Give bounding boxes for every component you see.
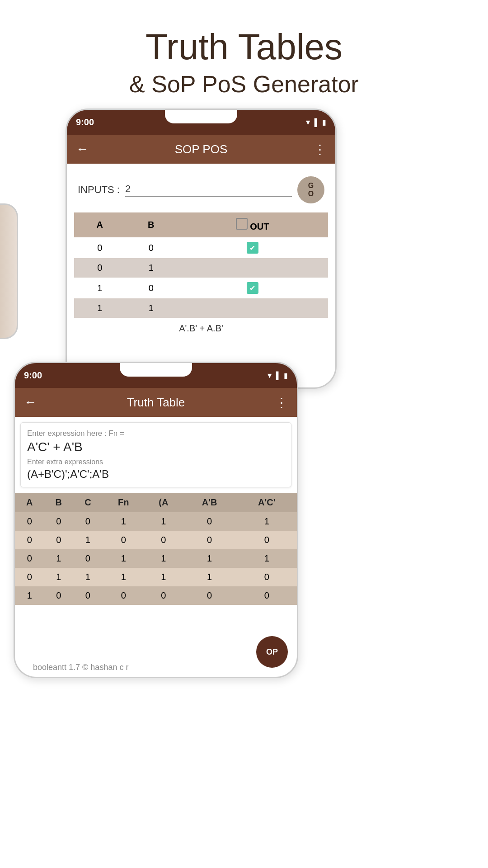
lower-back-button[interactable]: ← <box>24 395 37 410</box>
lower-col-b: B <box>44 493 74 512</box>
lower-col-c: C <box>73 493 103 512</box>
cell-a: 1 <box>74 278 126 298</box>
lower-menu-button[interactable]: ⋮ <box>275 395 288 410</box>
expr-hint: Enter expression here : Fn = <box>27 429 285 438</box>
upper-back-button[interactable]: ← <box>76 142 89 156</box>
cell-a: 0 <box>74 237 126 258</box>
sop-fab-button[interactable]: OP <box>256 636 288 668</box>
expr-extra-value[interactable]: (A+B'C)';A'C';A'B <box>27 468 285 481</box>
sub-title: & SoP PoS Generator <box>18 71 470 98</box>
expr-extra-hint: Enter extra expressions <box>27 458 285 466</box>
lower-col-expr2: A'B <box>183 493 237 512</box>
out-header-checkbox[interactable] <box>236 218 248 230</box>
phone-upper: 9:00 ▼ ▌ ▮ ← SOP POS ⋮ INPUTS : 2 G O A <box>66 108 337 389</box>
upper-truth-table: A B OUT 0 0 ✔ 0 1 <box>74 212 328 318</box>
expression-area[interactable]: Enter expression here : Fn = A'C' + A'B … <box>20 422 291 487</box>
table-row: 010 1111 <box>15 549 297 568</box>
cell-b: 1 <box>126 298 177 318</box>
lower-app-bar-title: Truth Table <box>44 396 268 410</box>
col-header-b: B <box>126 212 177 237</box>
lower-col-expr1: (A <box>145 493 183 512</box>
cell-b: 0 <box>126 237 177 258</box>
lower-truth-table: A B C Fn (A A'B A'C' 000 1101 001 0000 0… <box>15 493 297 605</box>
watermark: booleantt 1.7 © hashan c r <box>33 663 128 672</box>
lower-col-expr3: A'C' <box>236 493 297 512</box>
expr-value[interactable]: A'C' + A'B <box>27 440 285 454</box>
col-header-out: OUT <box>177 212 328 237</box>
upper-notch <box>165 110 237 123</box>
checked-checkbox[interactable]: ✔ <box>247 242 258 254</box>
upper-phone-content: INPUTS : 2 G O A B OUT 0 <box>67 164 335 343</box>
table-row: 1 0 ✔ <box>74 278 328 298</box>
title-section: Truth Tables & SoP PoS Generator <box>0 0 488 111</box>
table-row: 011 1110 <box>15 568 297 586</box>
table-row: 000 1101 <box>15 512 297 531</box>
cell-out[interactable] <box>177 298 328 318</box>
cell-out[interactable]: ✔ <box>177 237 328 258</box>
phone-left-decoration <box>0 203 18 339</box>
lower-col-fn: Fn <box>103 493 145 512</box>
lower-status-time: 9:00 <box>24 370 42 381</box>
col-header-a: A <box>74 212 126 237</box>
table-row: 1 1 <box>74 298 328 318</box>
cell-out[interactable]: ✔ <box>177 278 328 298</box>
upper-status-bar: 9:00 ▼ ▌ ▮ <box>67 110 335 135</box>
cell-b: 1 <box>126 258 177 278</box>
table-row: 100 0000 <box>15 586 297 605</box>
upper-app-bar: ← SOP POS ⋮ <box>67 135 335 164</box>
lower-status-icons: ▼ ▌ ▮ <box>266 371 288 380</box>
signal-icon: ▌ <box>276 372 281 380</box>
lower-status-bar: 9:00 ▼ ▌ ▮ <box>15 363 297 388</box>
inputs-row: INPUTS : 2 G O <box>74 171 328 209</box>
go-button-line1: G <box>308 182 314 190</box>
checked-checkbox[interactable]: ✔ <box>247 282 258 294</box>
table-row: 001 0000 <box>15 531 297 549</box>
upper-menu-button[interactable]: ⋮ <box>314 142 326 157</box>
lower-notch <box>120 363 192 377</box>
main-title: Truth Tables <box>18 27 470 67</box>
upper-status-icons: ▼ ▌ ▮ <box>305 118 326 127</box>
battery-icon: ▮ <box>284 371 288 380</box>
upper-app-bar-title: SOP POS <box>96 142 306 156</box>
phone-lower: 9:00 ▼ ▌ ▮ ← Truth Table ⋮ Enter express… <box>14 362 298 678</box>
go-button[interactable]: G O <box>297 176 324 203</box>
cell-a: 1 <box>74 298 126 318</box>
lower-app-bar: ← Truth Table ⋮ <box>15 388 297 417</box>
formula-result: A'.B' + A.B' <box>74 318 328 335</box>
go-button-line2: O <box>308 190 314 198</box>
table-row: 0 0 ✔ <box>74 237 328 258</box>
upper-status-time: 9:00 <box>76 117 94 127</box>
inputs-value[interactable]: 2 <box>125 183 292 197</box>
inputs-label: INPUTS : <box>78 184 120 196</box>
lower-col-a: A <box>15 493 44 512</box>
battery-icon: ▮ <box>322 118 326 127</box>
cell-a: 0 <box>74 258 126 278</box>
wifi-icon: ▼ <box>305 118 312 127</box>
cell-out[interactable] <box>177 258 328 278</box>
signal-icon: ▌ <box>314 118 319 127</box>
wifi-icon: ▼ <box>266 372 273 380</box>
cell-b: 0 <box>126 278 177 298</box>
table-row: 0 1 <box>74 258 328 278</box>
